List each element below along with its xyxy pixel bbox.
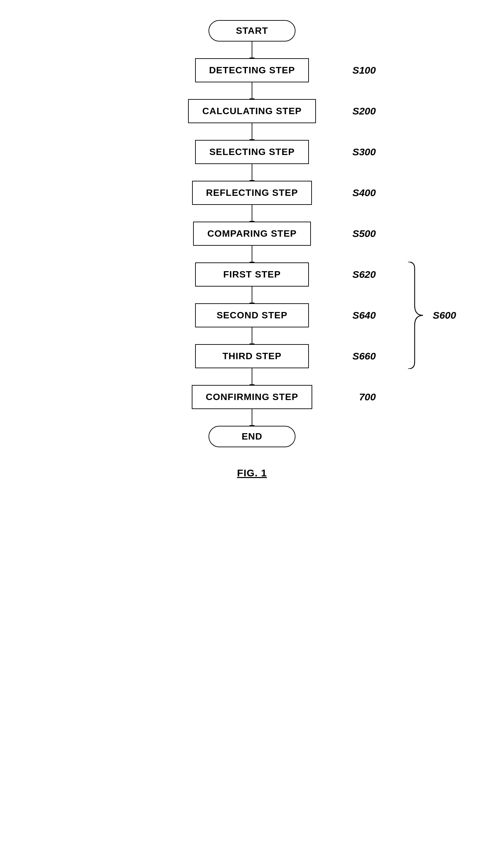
- arrow-10: [252, 409, 252, 426]
- s600-brace-svg: [405, 262, 431, 369]
- confirming-node: CONFIRMING STEP: [192, 385, 312, 409]
- arrow-7: [252, 287, 252, 303]
- selecting-node: SELECTING STEP: [195, 140, 309, 164]
- second-row: SECOND STEP S640: [101, 303, 403, 327]
- reflecting-row: REFLECTING STEP S400: [101, 181, 403, 205]
- first-node: FIRST STEP: [195, 262, 309, 287]
- first-ref: S620: [352, 269, 376, 280]
- second-ref: S640: [352, 310, 376, 321]
- confirming-row: CONFIRMING STEP 700: [101, 385, 403, 409]
- start-node: START: [208, 20, 296, 42]
- s600-label: S600: [433, 310, 456, 321]
- end-node: END: [208, 426, 296, 447]
- third-ref: S660: [352, 350, 376, 362]
- flowchart: START DETECTING STEP S100 CALCULATING ST…: [101, 20, 403, 479]
- arrow-9: [252, 368, 252, 385]
- first-row: FIRST STEP S620: [101, 262, 403, 287]
- calculating-node: CALCULATING STEP: [188, 99, 316, 123]
- arrow-5: [252, 205, 252, 221]
- end-row: END: [101, 426, 403, 447]
- calculating-row: CALCULATING STEP S200: [101, 99, 403, 123]
- calculating-ref: S200: [352, 105, 376, 117]
- arrow-6: [252, 246, 252, 262]
- comparing-node: COMPARING STEP: [193, 221, 311, 246]
- arrow-3: [252, 123, 252, 140]
- detecting-ref: S100: [352, 64, 376, 76]
- arrow-2: [252, 82, 252, 99]
- comparing-ref: S500: [352, 228, 376, 239]
- arrow-1: [252, 42, 252, 58]
- third-row: THIRD STEP S660: [101, 344, 403, 368]
- start-row: START: [101, 20, 403, 42]
- detecting-node: DETECTING STEP: [195, 58, 309, 82]
- comparing-row: COMPARING STEP S500: [101, 221, 403, 246]
- selecting-ref: S300: [352, 146, 376, 158]
- selecting-row: SELECTING STEP S300: [101, 140, 403, 164]
- second-node: SECOND STEP: [195, 303, 309, 327]
- third-node: THIRD STEP: [195, 344, 309, 368]
- confirming-ref: 700: [359, 391, 376, 403]
- figure-label: FIG. 1: [237, 467, 267, 479]
- reflecting-ref: S400: [352, 187, 376, 199]
- reflecting-node: REFLECTING STEP: [192, 181, 312, 205]
- arrow-8: [252, 327, 252, 344]
- detecting-row: DETECTING STEP S100: [101, 58, 403, 82]
- s600-group: FIRST STEP S620 SECOND STEP S640 THIRD S…: [101, 262, 403, 368]
- arrow-4: [252, 164, 252, 181]
- s600-brace-container: S600: [405, 262, 456, 368]
